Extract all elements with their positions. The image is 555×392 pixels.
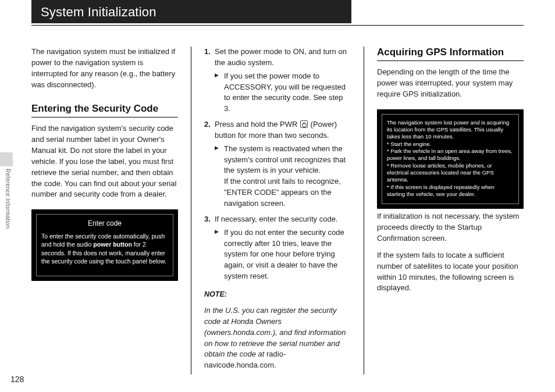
step-3: 3. If necessary, enter the security code… bbox=[204, 214, 351, 282]
gps-paragraph-1: Depending on the length of the time the … bbox=[377, 67, 524, 100]
gps-init-screen-text: The navigation system lost power and is … bbox=[387, 119, 514, 198]
step-3-sub: If you do not enter the security code co… bbox=[215, 227, 351, 282]
page: System Initialization Reference Informat… bbox=[0, 0, 555, 392]
column-3: Acquiring GPS Information Depending on t… bbox=[377, 47, 524, 375]
enter-code-screen: Enter code To enter the security code au… bbox=[31, 209, 178, 281]
gps-paragraph-3: If the system fails to locate a sufficie… bbox=[377, 250, 524, 294]
enter-code-screen-text: To enter the security code automatically… bbox=[41, 232, 168, 265]
step-2-text-a: Press and hold the PWR bbox=[215, 120, 300, 129]
gps-init-screen: The navigation system lost power and is … bbox=[377, 109, 524, 209]
power-icon bbox=[300, 120, 308, 128]
gps-screen-line-4: * Remove loose articles, mobile phones, … bbox=[387, 162, 514, 184]
step-1: 1. Set the power mode to ON, and turn on… bbox=[204, 47, 351, 115]
gps-screen-line-1: The navigation system lost power and is … bbox=[387, 119, 514, 141]
column-divider-1 bbox=[191, 47, 191, 375]
step-number: 1. bbox=[204, 47, 211, 58]
step-1-sub: If you set the power mode to ACCESSORY, … bbox=[215, 71, 351, 115]
side-tab bbox=[0, 152, 13, 166]
enter-code-screen-title: Enter code bbox=[41, 219, 168, 227]
page-title: System Initialization bbox=[31, 0, 351, 23]
gps-init-screen-inner: The navigation system lost power and is … bbox=[382, 114, 519, 205]
enter-code-screen-inner: Enter code To enter the security code au… bbox=[36, 214, 173, 276]
gps-screen-line-2: * Start the engine. bbox=[387, 141, 514, 148]
section-vertical-label: Reference Information bbox=[5, 169, 11, 262]
content: The navigation system must be initialize… bbox=[31, 47, 524, 375]
step-2: 2. Press and hold the PWR (Power) button… bbox=[204, 119, 351, 209]
gps-screen-line-5: * If this screen is displayed repeatedly… bbox=[387, 184, 514, 198]
step-1-text: Set the power mode to ON, and turn on th… bbox=[215, 47, 347, 67]
column-2: 1. Set the power mode to ON, and turn on… bbox=[204, 47, 351, 375]
step-2-sub-2: If the control unit fails to recognize, … bbox=[224, 177, 341, 208]
step-2-sub: The system is reactivated when the syste… bbox=[215, 144, 351, 209]
gps-paragraph-2: If initialization is not necessary, the … bbox=[377, 211, 524, 244]
heading-security-code: Entering the Security Code bbox=[31, 103, 178, 117]
screen-text-bold: power button bbox=[93, 241, 132, 248]
page-number: 128 bbox=[10, 375, 24, 384]
step-2-sub-1: The system is reactivated when the syste… bbox=[224, 144, 346, 175]
title-bar: System Initialization bbox=[31, 0, 524, 26]
note-body: In the U.S. you can register the securit… bbox=[204, 305, 351, 371]
gps-screen-line-3: * Park the vehicle in an open area away … bbox=[387, 148, 514, 162]
column-divider-2 bbox=[364, 47, 364, 375]
step-number: 3. bbox=[204, 214, 211, 225]
security-code-paragraph: Find the navigation system's security co… bbox=[31, 123, 178, 200]
step-number: 2. bbox=[204, 119, 211, 130]
note-head: NOTE: bbox=[204, 289, 351, 300]
column-1: The navigation system must be initialize… bbox=[31, 47, 178, 375]
steps-list: 1. Set the power mode to ON, and turn on… bbox=[204, 47, 351, 287]
heading-gps: Acquiring GPS Information bbox=[377, 47, 524, 61]
step-3-text: If necessary, enter the security code. bbox=[215, 215, 337, 223]
intro-paragraph: The navigation system must be initialize… bbox=[31, 47, 178, 90]
